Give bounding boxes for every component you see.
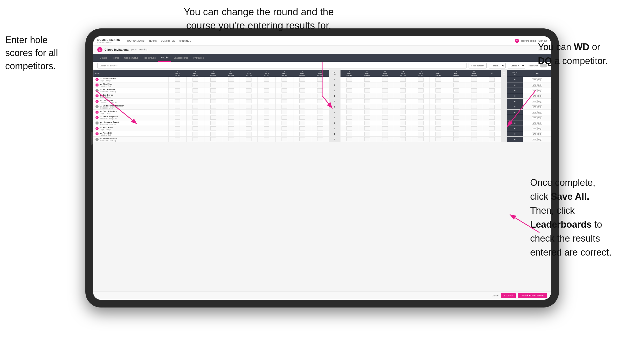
score-input[interactable] (228, 132, 234, 136)
dq-button[interactable]: DQ (537, 138, 542, 141)
score-input[interactable] (282, 132, 287, 136)
score-input[interactable] (299, 88, 305, 93)
score-input[interactable] (489, 99, 495, 103)
wd-button[interactable]: WD (532, 89, 537, 92)
score-input[interactable] (228, 88, 234, 93)
wd-button[interactable]: WD (532, 133, 537, 135)
score-input[interactable] (175, 110, 180, 114)
score-input[interactable] (282, 105, 287, 109)
score-input[interactable] (210, 126, 216, 130)
hole-7-score[interactable] (276, 131, 293, 137)
hole-8-score[interactable] (293, 131, 311, 137)
score-input[interactable] (317, 126, 323, 130)
score-input[interactable] (364, 132, 370, 136)
hole-13-score[interactable] (394, 77, 412, 82)
hole-13-score[interactable] (394, 104, 412, 110)
hole-14-score[interactable] (412, 137, 430, 142)
score-input[interactable] (264, 110, 269, 114)
score-input[interactable] (246, 94, 251, 98)
score-input[interactable] (299, 78, 305, 82)
score-input[interactable] (228, 105, 234, 109)
hole-17-score[interactable] (465, 137, 483, 142)
hole-13-score[interactable] (394, 110, 412, 115)
hole-18-score[interactable] (483, 110, 501, 115)
hole-10-score[interactable] (340, 137, 358, 142)
hole-8-score[interactable] (293, 77, 311, 82)
hole-5-score[interactable] (240, 82, 258, 88)
hole-18-score[interactable] (483, 77, 501, 82)
score-input[interactable] (175, 126, 180, 130)
score-input[interactable] (382, 78, 388, 82)
score-input[interactable] (282, 78, 287, 82)
hole-15-score[interactable] (430, 126, 447, 131)
hole-12-score[interactable] (376, 126, 394, 131)
hole-6-score[interactable] (258, 93, 276, 99)
score-input[interactable] (299, 137, 305, 141)
hole-1-score[interactable] (169, 99, 187, 104)
hole-8-score[interactable] (293, 126, 311, 131)
score-input[interactable] (418, 88, 424, 93)
hole-11-score[interactable] (358, 82, 376, 88)
score-input[interactable] (299, 121, 305, 125)
score-input[interactable] (346, 110, 352, 114)
score-input[interactable] (246, 121, 251, 125)
publish-round-scores-button[interactable]: Publish Round Scores (518, 293, 547, 298)
score-input[interactable] (346, 126, 352, 130)
hole-2-score[interactable] (186, 110, 204, 115)
dq-button[interactable]: DQ (537, 89, 542, 92)
hole-16-score[interactable] (447, 82, 465, 88)
score-input[interactable] (418, 121, 424, 125)
score-input[interactable] (246, 110, 251, 114)
hole-12-score[interactable] (376, 104, 394, 110)
score-input[interactable] (489, 94, 495, 98)
score-input[interactable] (346, 83, 352, 87)
hole-4-score[interactable] (222, 115, 240, 120)
dq-button[interactable]: DQ (537, 111, 542, 114)
hole-8-score[interactable] (293, 115, 311, 120)
hole-14-score[interactable] (412, 77, 430, 82)
score-input[interactable] (175, 137, 180, 141)
hole-17-score[interactable] (465, 88, 483, 93)
score-input[interactable] (193, 137, 198, 141)
hole-17-score[interactable] (465, 120, 483, 126)
tab-details[interactable]: Details (97, 54, 110, 62)
score-input[interactable] (364, 116, 370, 120)
score-input[interactable] (228, 116, 234, 120)
hole-15-score[interactable] (430, 137, 447, 142)
hole-12-score[interactable] (376, 120, 394, 126)
score-input[interactable] (346, 116, 352, 120)
score-input[interactable] (282, 99, 287, 103)
score-input[interactable] (346, 132, 352, 136)
hole-16-score[interactable] (447, 137, 465, 142)
score-input[interactable] (299, 83, 305, 87)
score-input[interactable] (418, 99, 424, 103)
score-input[interactable] (264, 132, 269, 136)
score-input[interactable] (364, 94, 370, 98)
score-input[interactable] (471, 110, 477, 114)
hole-2-score[interactable] (186, 88, 204, 93)
hole-8-score[interactable] (293, 120, 311, 126)
hole-3-score[interactable] (204, 110, 222, 115)
hole-9-score[interactable] (311, 93, 329, 99)
score-input[interactable] (299, 132, 305, 136)
hole-4-score[interactable] (222, 131, 240, 137)
hole-18-score[interactable] (483, 131, 501, 137)
hole-12-score[interactable] (376, 88, 394, 93)
hole-11-score[interactable] (358, 126, 376, 131)
score-input[interactable] (282, 94, 287, 98)
hole-4-score[interactable] (222, 126, 240, 131)
score-input[interactable] (364, 121, 370, 125)
hole-12-score[interactable] (376, 77, 394, 82)
score-input[interactable] (364, 88, 370, 93)
hole-6-score[interactable] (258, 115, 276, 120)
score-input[interactable] (246, 105, 251, 109)
score-input[interactable] (471, 121, 477, 125)
hole-3-score[interactable] (204, 99, 222, 104)
score-input[interactable] (453, 110, 459, 114)
hole-3-score[interactable] (204, 126, 222, 131)
score-input[interactable] (246, 99, 251, 103)
score-input[interactable] (435, 126, 441, 130)
hole-10-score[interactable] (340, 82, 358, 88)
hole-15-score[interactable] (430, 99, 447, 104)
tab-printables[interactable]: Printables (191, 54, 206, 62)
